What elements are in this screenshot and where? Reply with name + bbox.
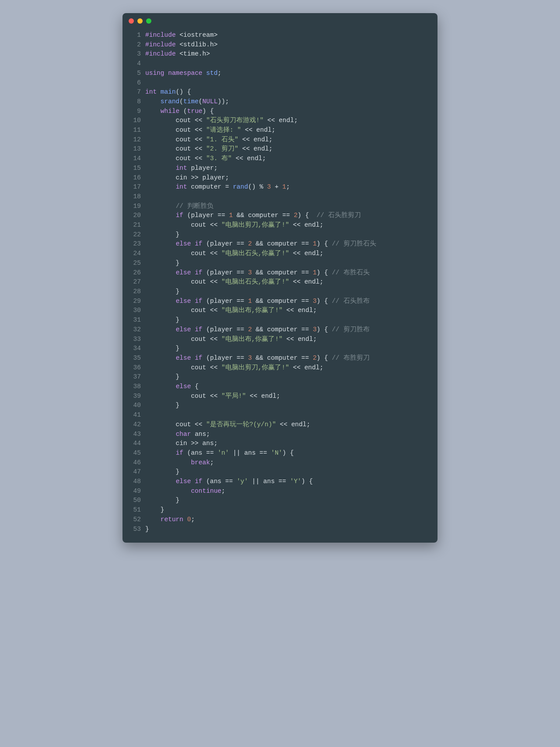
token-def: cout <<	[145, 136, 206, 143]
token-cmt: // 布胜剪刀	[332, 354, 369, 361]
line-number: 3	[122, 49, 145, 59]
token-def	[145, 108, 161, 115]
token-def: << endl;	[289, 364, 323, 371]
code-content[interactable]: }	[145, 287, 438, 297]
code-content[interactable]: }	[145, 344, 438, 354]
code-content[interactable]: cout << "电脑出剪刀,你赢了!" << endl;	[145, 363, 438, 373]
code-content[interactable]: else if (player == 3 && computer == 2) {…	[145, 354, 438, 363]
line-number: 28	[122, 287, 145, 297]
code-line: 7int main() {	[122, 88, 438, 97]
line-number: 23	[122, 239, 145, 249]
token-def: +	[271, 183, 282, 190]
code-content[interactable]: return 0;	[145, 515, 438, 525]
code-content[interactable]: cout << "3. 布" << endl;	[145, 154, 438, 164]
code-content[interactable]: break;	[145, 458, 438, 468]
code-content[interactable]: cin >> ans;	[145, 439, 438, 449]
code-content[interactable]: srand(time(NULL));	[145, 97, 438, 107]
code-content[interactable]: }	[145, 401, 438, 410]
code-content[interactable]: if (player == 1 && computer == 2) { // 石…	[145, 211, 438, 221]
code-content[interactable]: char ans;	[145, 430, 438, 439]
code-line: 26 else if (player == 3 && computer == 1…	[122, 268, 438, 278]
code-content[interactable]: continue;	[145, 487, 438, 496]
line-number: 31	[122, 316, 145, 325]
token-def: cout <<	[145, 307, 221, 314]
token-def: }	[145, 506, 164, 513]
code-content[interactable]: else if (player == 1 && computer == 3) {…	[145, 297, 438, 306]
code-content[interactable]: using namespace std;	[145, 69, 438, 78]
close-icon[interactable]	[129, 18, 134, 24]
token-num: 3	[313, 326, 317, 333]
code-content[interactable]: }	[145, 316, 438, 325]
code-line: 34 }	[122, 344, 438, 354]
code-content[interactable]: cout << "1. 石头" << endl;	[145, 135, 438, 145]
token-def: cin >> ans;	[145, 440, 217, 447]
code-content[interactable]: cout << "2. 剪刀" << endl;	[145, 144, 438, 154]
token-kw: char	[176, 431, 191, 438]
code-content[interactable]: else if (player == 2 && computer == 1) {…	[145, 239, 438, 249]
token-def	[145, 269, 176, 276]
code-content[interactable]: }	[145, 372, 438, 382]
token-def	[191, 478, 195, 485]
code-content[interactable]: else if (player == 3 && computer == 1) {…	[145, 268, 438, 278]
token-kw: if	[176, 212, 183, 219]
code-content[interactable]	[145, 192, 438, 202]
code-content[interactable]: cout << "请选择: " << endl;	[145, 126, 438, 135]
code-content[interactable]: int player;	[145, 164, 438, 173]
code-content[interactable]: }	[145, 230, 438, 240]
code-content[interactable]: cin >> player;	[145, 173, 438, 183]
code-content[interactable]: while (true) {	[145, 107, 438, 116]
code-content[interactable]: }	[145, 505, 438, 515]
token-str: "2. 剪刀"	[206, 145, 238, 152]
code-line: 12 cout << "1. 石头" << endl;	[122, 135, 438, 145]
line-number: 2	[122, 40, 145, 50]
token-def: cout <<	[145, 393, 221, 400]
code-content[interactable]: int computer = rand() % 3 + 1;	[145, 182, 438, 192]
token-cmt: // 剪刀胜石头	[332, 240, 376, 247]
code-content[interactable]: cout << "是否再玩一轮?(y/n)" << endl;	[145, 420, 438, 430]
code-line: 41	[122, 410, 438, 420]
code-line: 33 cout << "电脑出布,你赢了!" << endl;	[122, 335, 438, 344]
token-def	[203, 70, 206, 77]
minimize-icon[interactable]	[137, 18, 143, 24]
token-kw: #include	[145, 41, 176, 48]
maximize-icon[interactable]	[146, 18, 151, 24]
line-number: 1	[122, 31, 145, 40]
code-content[interactable]: else if (ans == 'y' || ans == 'Y') {	[145, 477, 438, 487]
token-def: ) {	[298, 212, 317, 219]
token-def: << endl;	[246, 393, 280, 400]
code-content[interactable]: cout << "电脑出剪刀,你赢了!" << endl;	[145, 221, 438, 230]
code-content[interactable]: #include <stdlib.h>	[145, 40, 438, 50]
code-content[interactable]: #include <iostream>	[145, 31, 438, 40]
code-area[interactable]: 1#include <iostream>2#include <stdlib.h>…	[122, 29, 438, 543]
token-def: <stdlib.h>	[179, 41, 217, 48]
code-content[interactable]: else {	[145, 382, 438, 392]
token-num: 1	[313, 240, 317, 247]
token-def: }	[145, 316, 179, 323]
code-content[interactable]: if (ans == 'n' || ans == 'N') {	[145, 449, 438, 458]
token-num: 2	[294, 212, 298, 219]
code-content[interactable]: cout << "电脑出石头,你赢了!" << endl;	[145, 277, 438, 287]
code-content[interactable]: }	[145, 467, 438, 477]
code-content[interactable]: else if (player == 2 && computer == 3) {…	[145, 325, 438, 335]
token-str: "3. 布"	[206, 155, 232, 162]
line-number: 33	[122, 335, 145, 344]
line-number: 22	[122, 230, 145, 240]
code-content[interactable]: #include <time.h>	[145, 49, 438, 59]
code-content[interactable]: int main() {	[145, 88, 438, 97]
code-content[interactable]: }	[145, 259, 438, 268]
code-content[interactable]: }	[145, 525, 438, 534]
code-content[interactable]: cout << "电脑出石头,你赢了!" << endl;	[145, 249, 438, 259]
code-line: 46 break;	[122, 458, 438, 468]
code-content[interactable]	[145, 78, 438, 88]
code-content[interactable]: cout << "电脑出布,你赢了!" << endl;	[145, 306, 438, 316]
code-content[interactable]: cout << "石头剪刀布游戏!" << endl;	[145, 116, 438, 126]
code-content[interactable]: cout << "电脑出布,你赢了!" << endl;	[145, 335, 438, 344]
code-content[interactable]: cout << "平局!" << endl;	[145, 392, 438, 401]
code-content[interactable]	[145, 410, 438, 420]
code-content[interactable]: }	[145, 496, 438, 505]
code-line: 30 cout << "电脑出布,你赢了!" << endl;	[122, 306, 438, 316]
token-def: cout <<	[145, 126, 206, 133]
code-content[interactable]	[145, 59, 438, 69]
code-content[interactable]: // 判断胜负	[145, 202, 438, 211]
token-num: 1	[282, 183, 286, 190]
